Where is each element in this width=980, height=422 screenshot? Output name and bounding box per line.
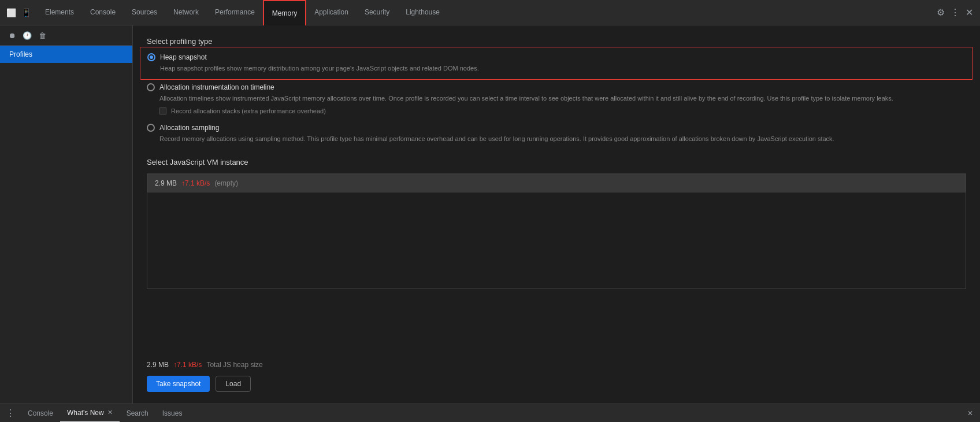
bottom-close-icon[interactable]: ✕ [967, 409, 980, 417]
allocation-sampling-option[interactable]: Allocation sampling Record memory alloca… [147, 124, 966, 144]
bottom-issues-label: Issues [162, 409, 183, 417]
content-panel: Select profiling type Heap snapshot Heap… [133, 25, 980, 404]
tab-lighthouse[interactable]: Lighthouse [398, 0, 448, 25]
allocation-timeline-label: Allocation instrumentation on timeline [159, 83, 274, 91]
heap-snapshot-radio[interactable] [147, 53, 155, 61]
close-icon[interactable]: ✕ [966, 7, 973, 18]
main-area: ⏺ 🕐 🗑 Profiles Select profiling type Hea… [0, 25, 980, 404]
device-icon[interactable]: 📱 [21, 8, 31, 18]
action-buttons: Take snapshot Load [147, 376, 966, 392]
allocation-sampling-radio[interactable] [147, 124, 155, 132]
record-stacks-label: Record allocation stacks (extra performa… [171, 108, 326, 114]
allocation-sampling-header: Allocation sampling [147, 124, 966, 132]
allocation-timeline-option[interactable]: Allocation instrumentation on timeline A… [147, 83, 966, 115]
bottom-search-label: Search [127, 409, 149, 417]
devtools-tab-bar: ⬜ 📱 Elements Console Sources Network Per… [0, 0, 980, 25]
footer-mem-value: 2.9 MB [147, 361, 169, 369]
tab-performance[interactable]: Performance [207, 0, 263, 25]
vm-empty-label: (empty) [214, 179, 238, 187]
bottom-tab-console[interactable]: Console [21, 404, 60, 423]
footer-stats: 2.9 MB ↑7.1 kB/s Total JS heap size [147, 354, 966, 369]
vm-mem-value: 2.9 MB [155, 179, 177, 187]
profiling-section-title: Select profiling type [147, 37, 966, 46]
devtools-icon-group: ⬜ 📱 [0, 8, 37, 18]
bottom-whats-new-label: What's New [67, 409, 104, 417]
record-stacks-option: Record allocation stacks (extra performa… [159, 108, 966, 114]
allocation-timeline-radio[interactable] [147, 83, 155, 91]
allocation-sampling-label: Allocation sampling [159, 124, 219, 132]
vm-section: Select JavaScript VM instance 2.9 MB ↑7.… [147, 158, 966, 289]
sidebar: ⏺ 🕐 🗑 Profiles [0, 25, 133, 404]
heap-snapshot-desc: Heap snapshot profiles show memory distr… [160, 64, 966, 73]
allocation-sampling-desc: Record memory allocations using sampling… [159, 134, 966, 144]
profiling-section: Select profiling type Heap snapshot Heap… [147, 37, 966, 144]
record-icon[interactable]: ⏺ [7, 30, 17, 40]
heap-snapshot-option[interactable]: Heap snapshot Heap snapshot profiles sho… [140, 47, 973, 80]
record-stacks-checkbox[interactable] [159, 108, 166, 114]
footer-rate-value: ↑7.1 kB/s [173, 361, 202, 369]
bottom-tab-issues[interactable]: Issues [155, 404, 190, 423]
footer-heap-label: Total JS heap size [206, 361, 262, 369]
tab-application[interactable]: Application [306, 0, 357, 25]
heap-snapshot-header: Heap snapshot [147, 53, 966, 61]
allocation-timeline-desc: Allocation timelines show instrumented J… [159, 94, 966, 103]
tab-sources[interactable]: Sources [124, 0, 165, 25]
settings-icon[interactable]: ⚙ [937, 7, 945, 18]
load-button[interactable]: Load [216, 376, 251, 392]
tab-elements[interactable]: Elements [37, 0, 82, 25]
vm-section-title: Select JavaScript VM instance [147, 158, 966, 166]
sidebar-item-profiles[interactable]: Profiles [0, 46, 132, 63]
profiling-options: Heap snapshot Heap snapshot profiles sho… [147, 53, 966, 144]
vm-rate-value: ↑7.1 kB/s [181, 179, 210, 187]
bottom-bar: ⋮ Console What's New ✕ Search Issues ✕ [0, 404, 980, 422]
sidebar-toolbar: ⏺ 🕐 🗑 [0, 25, 132, 46]
more-icon[interactable]: ⋮ [951, 7, 960, 18]
tab-security[interactable]: Security [357, 0, 398, 25]
footer-area: 2.9 MB ↑7.1 kB/s Total JS heap size Take… [147, 354, 966, 392]
take-snapshot-button[interactable]: Take snapshot [147, 376, 210, 392]
vm-row[interactable]: 2.9 MB ↑7.1 kB/s (empty) [147, 174, 966, 193]
whats-new-close-icon[interactable]: ✕ [107, 409, 113, 416]
bottom-dots-icon[interactable]: ⋮ [0, 408, 21, 419]
heap-snapshot-label: Heap snapshot [160, 53, 207, 61]
tab-right-controls: ⚙ ⋮ ✕ [937, 7, 980, 18]
bottom-console-label: Console [28, 409, 53, 417]
tab-console[interactable]: Console [82, 0, 124, 25]
history-icon[interactable]: 🕐 [22, 30, 32, 40]
vm-list-area: 2.9 MB ↑7.1 kB/s (empty) [147, 173, 966, 289]
trash-icon[interactable]: 🗑 [37, 30, 47, 40]
tab-network[interactable]: Network [165, 0, 207, 25]
bottom-tab-search[interactable]: Search [120, 404, 155, 423]
tab-memory[interactable]: Memory [263, 0, 306, 25]
inspect-icon[interactable]: ⬜ [6, 8, 16, 18]
bottom-tab-whats-new[interactable]: What's New ✕ [60, 404, 120, 423]
allocation-timeline-header: Allocation instrumentation on timeline [147, 83, 966, 91]
